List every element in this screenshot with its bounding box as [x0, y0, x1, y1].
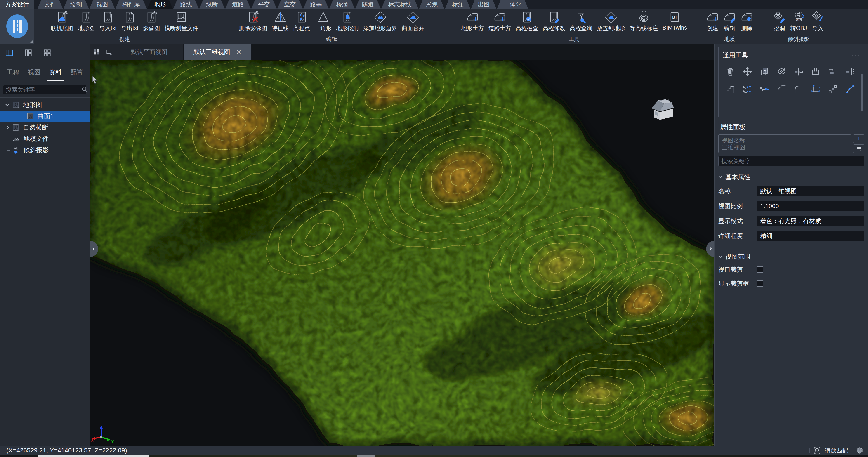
ribbon-button-联机底图[interactable]: 联机底图: [49, 10, 76, 32]
menu-item-标志标线[interactable]: 标志标线: [381, 0, 418, 8]
view-list-button[interactable]: [853, 145, 864, 153]
menu-item-标注[interactable]: 标注: [445, 0, 470, 8]
view-name-combo[interactable]: 视图名称 三维视图: [718, 134, 851, 153]
menu-item-平交[interactable]: 平交: [251, 0, 277, 8]
more-menu-icon[interactable]: ···: [851, 52, 860, 59]
ribbon-button-等高线标注[interactable]: 等高线标注: [627, 10, 660, 32]
section-view-range[interactable]: 视图范围: [719, 252, 864, 261]
sidebar-tab-配置[interactable]: 配置: [66, 62, 87, 83]
menu-item-立交[interactable]: 立交: [277, 0, 303, 8]
zoom-fit-label[interactable]: 缩放匹配: [825, 447, 848, 455]
ribbon-button-高程修改[interactable]: 高程修改: [540, 10, 567, 32]
ribbon-button-删除[interactable]: 删除: [738, 10, 755, 32]
text-input-名称[interactable]: [757, 186, 864, 196]
menu-item-地形[interactable]: 地形: [147, 0, 173, 8]
tool-button-chamfer[interactable]: [773, 82, 790, 96]
tool-button-spline[interactable]: [841, 82, 859, 96]
ribbon-button-影像图[interactable]: 影像图: [141, 10, 162, 32]
tool-button-move[interactable]: [739, 65, 756, 79]
select-input-详细程度[interactable]: [757, 231, 864, 241]
menu-item-纵断[interactable]: 纵断: [199, 0, 225, 8]
sidebar-tab-工程[interactable]: 工程: [2, 62, 24, 83]
tool-button-scale-box[interactable]: [807, 82, 825, 96]
horizontal-scrollbar-thumb[interactable]: [38, 455, 149, 457]
tool-button-rotate[interactable]: [773, 65, 790, 79]
ribbon-button-删除影像图[interactable]: 删除影像图: [237, 10, 270, 32]
tools-scrollbar[interactable]: [861, 74, 863, 112]
tool-button-fillet[interactable]: [790, 82, 807, 96]
ribbon-button-放置到地形[interactable]: 放置到地形: [595, 10, 627, 32]
ribbon-button-地形图[interactable]: 地形图: [76, 10, 97, 32]
ribbon-button-添加地形边界[interactable]: 添加地形边界: [361, 10, 399, 32]
properties-search-input[interactable]: [721, 158, 862, 165]
ribbon-button-导入txt[interactable]: 导入txt: [97, 10, 119, 32]
ribbon-button-导入[interactable]: 导入: [809, 10, 827, 32]
tree-item-曲面1[interactable]: 曲面1: [0, 111, 90, 122]
menu-item-一体化[interactable]: 一体化: [497, 0, 528, 8]
brand-tab[interactable]: 方案设计: [0, 0, 34, 8]
section-basic-properties[interactable]: 基本属性: [719, 173, 864, 182]
home-view-house-widget[interactable]: [647, 90, 683, 130]
zoom-fit-icon[interactable]: [813, 447, 821, 454]
tool-button-nodes-lower[interactable]: [756, 82, 773, 96]
viewport-3d-canvas[interactable]: X Y: [90, 60, 714, 446]
tree-item-自然横断[interactable]: 自然横断: [0, 122, 90, 133]
layout-button-grid[interactable]: [38, 44, 57, 62]
sidebar-tab-资料[interactable]: 资料: [45, 62, 66, 83]
ribbon-button-高程检查[interactable]: 高程检查: [513, 10, 540, 32]
tree-item-地形图[interactable]: 地形图: [0, 99, 90, 111]
select-input-视图比例[interactable]: [757, 201, 864, 211]
menu-item-桥涵[interactable]: 桥涵: [329, 0, 355, 8]
viewport-toolbar-restore-window-button[interactable]: [103, 44, 115, 60]
menu-item-隧道[interactable]: 隧道: [355, 0, 381, 8]
ribbon-button-三角形[interactable]: 三角形: [312, 10, 334, 32]
tool-button-distribute[interactable]: [841, 65, 859, 79]
ribbon-button-高程查询[interactable]: 高程查询: [567, 10, 595, 32]
menu-item-景观[interactable]: 景观: [419, 0, 444, 8]
ribbon-button-地形土方[interactable]: 地形土方: [459, 10, 486, 32]
view-tab-默认三维视图[interactable]: 默认三维视图✕: [184, 44, 252, 60]
ribbon-button-转OBJ[interactable]: OBJ转OBJ: [788, 10, 809, 32]
menu-item-构件库[interactable]: 构件库: [116, 0, 147, 8]
menu-item-文件[interactable]: 文件: [37, 0, 63, 8]
sidebar-tab-视图[interactable]: 视图: [24, 62, 45, 83]
viewport-toolbar-cascade-button[interactable]: [90, 44, 103, 60]
menu-item-视图[interactable]: 视图: [90, 0, 115, 8]
tree-item-地模文件[interactable]: 地模文件: [0, 133, 90, 145]
layout-button-panel-columns[interactable]: [19, 44, 38, 62]
checkbox-显示裁剪框[interactable]: [757, 280, 763, 287]
view-tab-默认平面视图[interactable]: 默认平面视图: [115, 44, 184, 60]
select-input-显示模式[interactable]: [757, 216, 864, 226]
menu-item-路线[interactable]: 路线: [174, 0, 199, 8]
cube-view-icon[interactable]: [856, 447, 864, 454]
menu-item-绘制[interactable]: 绘制: [64, 0, 89, 8]
app-logo-button[interactable]: [0, 8, 34, 43]
ribbon-button-曲面合并[interactable]: 曲面合并: [399, 10, 427, 32]
tree-item-倾斜摄影[interactable]: 倾斜摄影: [0, 145, 90, 156]
tool-button-step-array[interactable]: [824, 82, 841, 96]
ribbon-button-地形挖洞[interactable]: 地形挖洞: [334, 10, 361, 32]
horizontal-scrollbar-segment[interactable]: [357, 455, 375, 457]
menu-item-出图[interactable]: 出图: [471, 0, 496, 8]
ribbon-button-高程点[interactable]: 高程点: [291, 10, 312, 32]
expander-right-icon[interactable]: [4, 126, 11, 129]
layout-button-panel-left[interactable]: [0, 44, 19, 62]
tool-button-offset[interactable]: [722, 82, 739, 96]
tool-button-trim[interactable]: [807, 65, 825, 79]
close-icon[interactable]: ✕: [236, 49, 241, 56]
ribbon-button-挖洞[interactable]: 挖洞: [771, 10, 788, 32]
ribbon-button-道路土方[interactable]: 道路土方: [486, 10, 513, 32]
ribbon-button-创建[interactable]: 创建: [704, 10, 721, 32]
expander-down-icon[interactable]: [4, 103, 11, 106]
tool-button-mirror[interactable]: [790, 65, 807, 79]
tool-button-trash[interactable]: [722, 65, 739, 79]
tool-button-copy[interactable]: [756, 65, 773, 79]
menu-item-路基[interactable]: 路基: [303, 0, 329, 8]
add-view-button[interactable]: +: [853, 134, 864, 143]
ribbon-button-BIMTwins[interactable]: BTBIMTwins: [660, 10, 689, 31]
ribbon-button-编辑[interactable]: 编辑: [721, 10, 738, 32]
menu-item-道路[interactable]: 道路: [225, 0, 251, 8]
ribbon-button-特征线[interactable]: 特征线: [270, 10, 291, 32]
sidebar-search-input[interactable]: [6, 86, 81, 93]
checkbox-视口裁剪[interactable]: [757, 267, 763, 273]
